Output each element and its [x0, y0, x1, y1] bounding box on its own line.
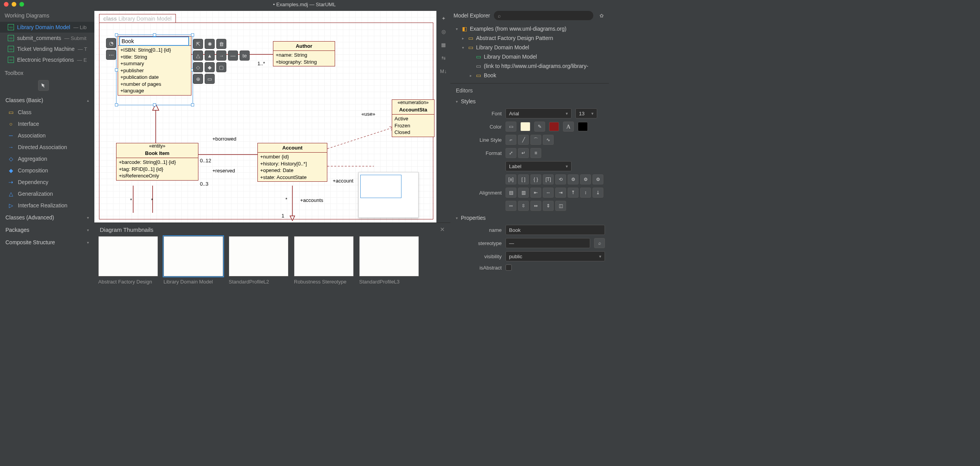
toolbox-item-agg[interactable]: ◇Aggregation: [0, 153, 94, 165]
align-left-button[interactable]: ⇤: [530, 188, 541, 198]
toolbox-item-comp[interactable]: ◆Composition: [0, 165, 94, 176]
toolbox-section-classes-advanced[interactable]: Classes (Advanced)▾: [0, 211, 94, 224]
close-window-button[interactable]: [4, 2, 9, 7]
toolbox-item-gen[interactable]: △Generalization: [0, 188, 94, 200]
suppress-attr-button[interactable]: ⚙: [568, 174, 579, 184]
show-operation-button[interactable]: ⟲: [555, 174, 566, 184]
toolbox-item-dep[interactable]: ⇢Dependency: [0, 176, 94, 188]
align-top-button[interactable]: ⤒: [568, 188, 579, 198]
align-center-button[interactable]: ↔: [543, 188, 554, 198]
selection-tool-button[interactable]: [38, 80, 49, 91]
text-color-button[interactable]: A: [563, 122, 574, 132]
class-name-editor[interactable]: [119, 37, 189, 46]
tree-node-project[interactable]: ▾◧Examples (from www.uml-diagrams.org): [453, 24, 609, 33]
word-wrap-button[interactable]: ↵: [518, 148, 529, 158]
distribute-h-button[interactable]: ⇿: [506, 201, 516, 211]
working-diagram-item[interactable]: ▭ Ticket Vending Machine — T: [0, 43, 94, 54]
line-rounded-button[interactable]: ⌒: [530, 135, 541, 145]
tree-node-model[interactable]: ▾▭Library Domain Model: [453, 43, 609, 52]
quick-settings-button[interactable]: ✺: [205, 39, 215, 49]
match-size-button[interactable]: ◫: [555, 201, 566, 211]
uml-enum-accountstate[interactable]: «enumeration» AccountSta ActiveFrozenClo…: [392, 99, 434, 137]
grid-icon[interactable]: ▦: [439, 40, 448, 49]
line-oblique-button[interactable]: ╱: [518, 135, 529, 145]
minimize-window-button[interactable]: [12, 2, 16, 7]
show-namespace-button[interactable]: [ ]: [518, 174, 529, 184]
match-height-button[interactable]: ⇕: [543, 201, 554, 211]
toolbox-item-assoc[interactable]: ─Association: [0, 130, 94, 141]
stereotype-display-select[interactable]: Label: [506, 161, 572, 171]
diagram-canvas[interactable]: class Library Domain Model: [94, 11, 436, 223]
toolbox-item-class[interactable]: ▭Class: [0, 106, 94, 118]
target-icon[interactable]: ◎: [439, 27, 448, 36]
quick-add-attr-button[interactable]: ⋯: [106, 50, 116, 60]
suppress-recv-button[interactable]: ⚙: [593, 174, 603, 184]
suppress-op-button[interactable]: ⚙: [580, 174, 591, 184]
prop-name-field[interactable]: Book: [506, 225, 605, 235]
thumbnail-item[interactable]: StandardProfileL3: [359, 236, 419, 285]
toolbox-section-packages[interactable]: Packages▾: [0, 224, 94, 236]
uml-class-account[interactable]: Account +number {id}+history: History[0.…: [257, 143, 327, 182]
toolbox-item-real[interactable]: ▷Interface Realization: [0, 200, 94, 211]
toolbox-section-classes-basic[interactable]: Classes (Basic)▴: [0, 94, 94, 106]
quick-visibility-button[interactable]: ◔: [106, 38, 116, 48]
model-explorer-settings-button[interactable]: ✿: [597, 11, 606, 20]
quick-port-button[interactable]: ▢: [216, 62, 226, 72]
share-icon[interactable]: ⇆: [439, 54, 448, 62]
font-family-select[interactable]: Arial: [506, 108, 572, 118]
show-type-button[interactable]: { }: [530, 174, 541, 184]
working-diagram-item[interactable]: ▭ submit_comments — Submit: [0, 33, 94, 43]
quick-real-button[interactable]: ▲: [205, 50, 215, 61]
uml-class-author[interactable]: Author +name: String+biography: String: [273, 41, 335, 66]
thumbnail-item[interactable]: Library Domain Model: [163, 236, 223, 285]
align-bottom-button[interactable]: ⤓: [593, 188, 603, 198]
thumbnail-item[interactable]: Robustness Stereotype: [294, 236, 354, 285]
line-rectilinear-button[interactable]: ⌐: [506, 135, 516, 145]
quick-nested-button[interactable]: ⊕: [193, 74, 203, 84]
bring-front-button[interactable]: ▤: [506, 188, 516, 198]
thumbnail-item[interactable]: StandardProfileL2: [229, 236, 288, 285]
quick-link-button[interactable]: ⇱: [193, 39, 203, 49]
prop-isabstract-checkbox[interactable]: [506, 264, 512, 271]
working-diagram-item[interactable]: ▭ Library Domain Model — Lib: [0, 22, 94, 33]
tree-node-diagram[interactable]: ▭Library Domain Model: [453, 52, 609, 61]
prop-visibility-select[interactable]: public: [506, 251, 605, 261]
font-size-select[interactable]: 13: [575, 108, 597, 118]
minimap[interactable]: [358, 172, 419, 218]
line-curve-button[interactable]: ∿: [543, 135, 554, 145]
close-thumbnails-button[interactable]: ✕: [440, 226, 445, 233]
thumbnail-item[interactable]: Abstract Factory Design: [98, 236, 158, 285]
quick-note-button[interactable]: ▭: [205, 74, 215, 84]
toolbox-section-composite[interactable]: Composite Structure▾: [0, 236, 94, 249]
toolbox-item-dassoc[interactable]: →Directed Association: [0, 141, 94, 153]
show-visibility-button[interactable]: [±]: [506, 174, 516, 184]
auto-resize-button[interactable]: ⤢: [506, 148, 516, 158]
match-width-button[interactable]: ⇔: [530, 201, 541, 211]
tree-node-link[interactable]: ▭(link to http://www.uml-diagrams.org/li…: [453, 61, 609, 71]
distribute-v-button[interactable]: ⇳: [518, 201, 529, 211]
quick-dep-button[interactable]: →: [216, 50, 226, 61]
quick-assoc-button[interactable]: —: [228, 50, 238, 61]
fill-color-button[interactable]: ▭: [506, 122, 516, 132]
tree-node-class[interactable]: ▸▭Book: [453, 71, 609, 80]
prop-stereotype-field[interactable]: —: [506, 238, 590, 248]
stereotype-browse-button[interactable]: ⌕: [594, 238, 605, 248]
toolbox-item-interface[interactable]: ○Interface: [0, 118, 94, 130]
show-shadow-button[interactable]: ≡: [530, 148, 541, 158]
model-explorer-search[interactable]: ⌕: [494, 11, 593, 20]
properties-section-header[interactable]: ▾Properties: [450, 212, 609, 223]
zoom-window-button[interactable]: [19, 2, 24, 7]
working-diagram-item[interactable]: ▭ Electronic Prescriptions — E: [0, 54, 94, 65]
tree-node-model[interactable]: ▸▭Abstract Factory Design Pattern: [453, 33, 609, 43]
line-swatch[interactable]: [549, 122, 559, 131]
minimap-viewport[interactable]: [360, 175, 401, 198]
fill-swatch[interactable]: [520, 122, 530, 131]
quick-agg-button[interactable]: ◇: [193, 62, 203, 72]
line-color-button[interactable]: ✎: [534, 122, 545, 132]
markdown-icon[interactable]: M↓: [439, 67, 448, 75]
show-property-button[interactable]: [T]: [543, 174, 554, 184]
quick-comp-button[interactable]: ◆: [205, 62, 215, 72]
quick-delete-button[interactable]: 🗑: [216, 39, 226, 49]
quick-more-button[interactable]: te: [240, 50, 250, 61]
uml-class-bookitem[interactable]: «entity» Book Item +barcode: String[0..1…: [116, 143, 198, 181]
